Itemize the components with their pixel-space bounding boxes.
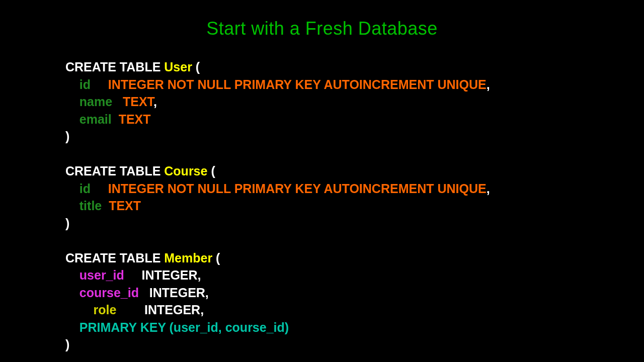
- keyword-create: CREATE TABLE: [65, 164, 164, 178]
- column-role: role: [94, 303, 117, 317]
- open-paren: (: [212, 251, 220, 265]
- type-integer: INTEGER,: [149, 286, 209, 300]
- type-text: TEXT: [119, 112, 151, 126]
- keyword-create: CREATE TABLE: [65, 60, 164, 74]
- comma: ,: [487, 182, 490, 196]
- comma: ,: [153, 95, 157, 109]
- close-paren: ): [65, 129, 69, 143]
- column-name: name: [79, 95, 112, 109]
- type-text: TEXT: [123, 95, 153, 109]
- column-course-id: course_id: [79, 286, 139, 300]
- type-text: TEXT: [109, 199, 141, 213]
- column-user-id: user_id: [79, 268, 124, 282]
- column-email: email: [79, 112, 112, 126]
- sql-code-block: CREATE TABLE User ( id INTEGER NOT NULL …: [65, 58, 490, 353]
- column-id: id: [79, 182, 91, 196]
- open-paren: (: [207, 164, 215, 178]
- slide-title: Start with a Fresh Database: [0, 0, 644, 39]
- table-name-member: Member: [164, 251, 212, 265]
- table-name-course: Course: [164, 164, 207, 178]
- slide: Start with a Fresh Database CREATE TABLE…: [0, 0, 644, 362]
- close-paren: ): [65, 216, 69, 230]
- column-title: title: [79, 199, 102, 213]
- primary-key-clause: PRIMARY KEY (user_id, course_id): [79, 320, 289, 334]
- comma: ,: [487, 77, 490, 92]
- close-paren: ): [65, 337, 69, 351]
- type-integer: INTEGER NOT NULL PRIMARY KEY AUTOINCREME…: [108, 182, 487, 196]
- type-integer: INTEGER NOT NULL PRIMARY KEY AUTOINCREME…: [108, 77, 487, 92]
- open-paren: (: [192, 60, 200, 74]
- table-name-user: User: [164, 60, 192, 74]
- type-integer: INTEGER,: [144, 303, 204, 317]
- type-integer: INTEGER,: [141, 268, 201, 282]
- keyword-create: CREATE TABLE: [65, 251, 164, 265]
- column-id: id: [79, 77, 91, 92]
